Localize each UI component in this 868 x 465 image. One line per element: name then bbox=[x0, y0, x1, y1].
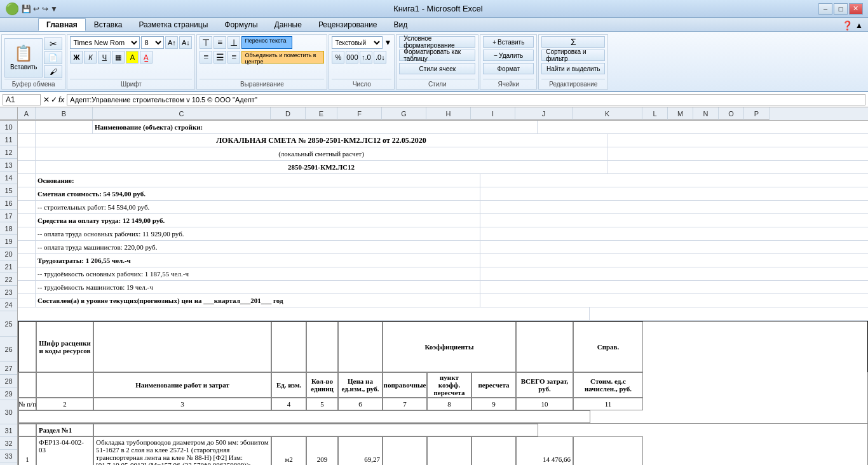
row-header-21[interactable]: 21 bbox=[0, 260, 17, 273]
col-header-c[interactable]: C bbox=[93, 107, 271, 120]
sum-button[interactable]: Σ bbox=[541, 36, 605, 48]
cell-c10[interactable]: Наименование (объекта) стройки: bbox=[93, 121, 538, 133]
col-header-e[interactable]: E bbox=[306, 107, 337, 120]
col-header-m[interactable]: M bbox=[668, 107, 693, 120]
row-header-14[interactable]: 14 bbox=[0, 172, 17, 184]
cell-j26-vsego[interactable]: ВСЕГО затрат, руб. bbox=[516, 372, 573, 398]
cell-b17[interactable]: Средства на оплату труда: 12 149,00 руб. bbox=[36, 214, 480, 227]
row-header-31[interactable]: 31 bbox=[0, 424, 17, 437]
format-table-button[interactable]: Форматировать как таблицу bbox=[399, 50, 475, 61]
row-header-11[interactable]: 11 bbox=[0, 133, 17, 146]
col-header-b[interactable]: B bbox=[36, 107, 93, 120]
align-top-button[interactable]: ⊤ bbox=[200, 36, 212, 49]
col-header-f[interactable]: F bbox=[337, 107, 382, 120]
cell-a14[interactable] bbox=[18, 174, 36, 187]
cell-b14[interactable]: Основание: bbox=[36, 174, 480, 187]
row-header-19[interactable]: 19 bbox=[0, 235, 17, 248]
cell-a23[interactable] bbox=[18, 294, 36, 307]
cell-a29-num[interactable]: 1 bbox=[18, 436, 36, 465]
function-icon[interactable]: fx bbox=[58, 95, 64, 104]
cell-e26-kol[interactable]: Кол-во единиц bbox=[306, 372, 338, 398]
tab-insert[interactable]: Вставка bbox=[86, 18, 131, 31]
align-middle-button[interactable]: ≡ bbox=[214, 36, 226, 49]
row-header-24[interactable]: 24 bbox=[0, 299, 17, 311]
ribbon-toggle[interactable]: ▲ bbox=[855, 21, 863, 30]
cell-g29[interactable] bbox=[383, 436, 427, 465]
maximize-button[interactable]: □ bbox=[834, 3, 848, 15]
cell-b23[interactable]: Составлен(а) в уровне текущих(прогнозных… bbox=[36, 294, 480, 307]
cell-k27[interactable]: 11 bbox=[573, 398, 643, 410]
cell-c29-name[interactable]: Обкладка трубопроводов диаметром до 500 … bbox=[93, 436, 271, 465]
cell-f26-cena[interactable]: Цена на ед.изм., руб. bbox=[338, 372, 383, 398]
cell-b29-section[interactable]: Раздел №1 bbox=[36, 424, 93, 436]
help-icon[interactable]: ❓ bbox=[842, 20, 853, 31]
row-header-17[interactable]: 17 bbox=[0, 210, 17, 222]
tab-review[interactable]: Рецензирование bbox=[310, 18, 386, 31]
align-right-button[interactable]: ≡ bbox=[227, 51, 240, 64]
format-painter-button[interactable]: 🖌 bbox=[44, 65, 62, 78]
cell-a27[interactable]: № п/п bbox=[18, 398, 36, 410]
font-size-select[interactable]: 8 bbox=[141, 36, 164, 49]
decrease-decimal-button[interactable]: .0↓ bbox=[374, 51, 386, 64]
row-header-18[interactable]: 18 bbox=[0, 222, 17, 235]
cell-a22[interactable] bbox=[18, 281, 36, 293]
minimize-button[interactable]: – bbox=[818, 3, 832, 15]
cell-c29[interactable] bbox=[93, 424, 538, 436]
col-header-n[interactable]: N bbox=[693, 107, 719, 120]
col-header-d[interactable]: D bbox=[271, 107, 306, 120]
cell-b27[interactable]: 2 bbox=[36, 398, 93, 410]
cell-i26-peresch[interactable]: пересчета bbox=[471, 372, 516, 398]
cell-d29-ed[interactable]: м2 bbox=[271, 436, 306, 465]
cell-f29-cena[interactable]: 69,27 bbox=[338, 436, 383, 465]
cell-g25-koeff[interactable]: Коэффициенты bbox=[383, 321, 516, 372]
cell-a10[interactable] bbox=[18, 121, 36, 133]
align-center-button[interactable]: ☰ bbox=[214, 51, 226, 64]
cell-f27[interactable]: 6 bbox=[338, 398, 383, 410]
cell-d26-ed[interactable]: Ед. изм. bbox=[271, 372, 306, 398]
cell-a19[interactable] bbox=[18, 241, 36, 253]
col-header-a[interactable]: A bbox=[18, 107, 36, 120]
col-header-g[interactable]: G bbox=[382, 107, 426, 120]
row-header-29[interactable]: 29 bbox=[0, 388, 17, 400]
col-header-k[interactable]: K bbox=[573, 107, 642, 120]
dropdown-arrow[interactable]: ▼ bbox=[384, 38, 391, 48]
row-header-27[interactable]: 27 bbox=[0, 362, 17, 375]
cell-e29-kol[interactable]: 209 bbox=[306, 436, 338, 465]
cell-i29[interactable] bbox=[471, 436, 516, 465]
row-header-33[interactable]: 33 bbox=[0, 450, 17, 462]
col-header-i[interactable]: I bbox=[471, 107, 515, 120]
row-header-12[interactable]: 12 bbox=[0, 146, 17, 159]
underline-button[interactable]: Ч bbox=[98, 51, 111, 64]
sort-filter-button[interactable]: Сортировка и фильтр bbox=[541, 50, 605, 61]
cell-h29[interactable] bbox=[427, 436, 471, 465]
cell-g27[interactable]: 7 bbox=[383, 398, 427, 410]
cell-c27[interactable]: 3 bbox=[93, 398, 271, 410]
cell-a26[interactable] bbox=[18, 372, 36, 398]
cell-d27[interactable]: 4 bbox=[271, 398, 306, 410]
fill-color-button[interactable]: A bbox=[126, 51, 139, 64]
cell-b25-shifer[interactable]: Шифр расценки и коды ресурсов bbox=[36, 321, 93, 372]
align-bottom-button[interactable]: ⊥ bbox=[227, 36, 240, 49]
paste-button[interactable]: 📋 Вставить bbox=[4, 38, 43, 78]
cell-styles-button[interactable]: Стили ячеек bbox=[399, 63, 475, 74]
cell-a24[interactable] bbox=[18, 307, 590, 320]
cell-a12[interactable] bbox=[18, 147, 36, 160]
increase-font-button[interactable]: A↑ bbox=[165, 36, 178, 49]
row-header-25[interactable]: 25 bbox=[0, 311, 17, 337]
col-header-p[interactable]: P bbox=[744, 107, 770, 120]
merge-center-button[interactable]: Объединить и поместить в центре bbox=[241, 51, 324, 64]
cell-b22[interactable]: -- трудоёмкость машинистов: 19 чел.-ч bbox=[36, 281, 480, 293]
cell-b29-shifer[interactable]: ФЕР13-04-002-03 bbox=[36, 436, 93, 465]
comma-button[interactable]: 000 bbox=[346, 51, 358, 64]
cell-j29-vsego[interactable]: 14 476,66 bbox=[516, 436, 573, 465]
formula-input[interactable]: Адепт:Управление строительством v 10.5 ©… bbox=[67, 94, 865, 105]
cell-g26-poprav[interactable]: поправочные bbox=[383, 372, 427, 398]
copy-button[interactable]: 📄 bbox=[44, 51, 62, 64]
cell-k29[interactable] bbox=[573, 436, 643, 465]
row-header-22[interactable]: 22 bbox=[0, 273, 17, 286]
percent-button[interactable]: % bbox=[332, 51, 344, 64]
cell-k26-stoimost[interactable]: Стоим. ед.с начислен., руб. bbox=[573, 372, 643, 398]
cell-i27[interactable]: 9 bbox=[471, 398, 516, 410]
font-name-select[interactable]: Times New Rom bbox=[70, 36, 140, 49]
row-header-28[interactable]: 28 bbox=[0, 375, 17, 388]
